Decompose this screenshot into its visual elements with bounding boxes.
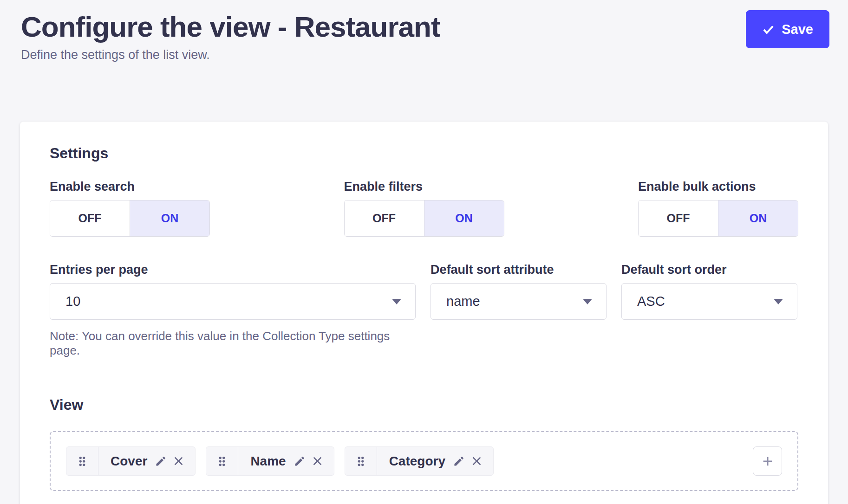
default-sort-order-value: ASC — [637, 294, 665, 309]
field-chip-label: Category — [377, 454, 449, 469]
save-button[interactable]: Save — [746, 10, 829, 48]
enable-filters-label: Enable filters — [344, 180, 504, 194]
toggles-row: Enable search OFF ON Enable filters OFF … — [50, 180, 798, 237]
entries-per-page-field: Entries per page 10 Note: You can overri… — [50, 263, 416, 358]
check-icon — [762, 23, 775, 36]
enable-search-on-option[interactable]: ON — [130, 200, 209, 236]
entries-per-page-select[interactable]: 10 — [50, 283, 416, 320]
settings-card: Settings Enable search OFF ON Enable fil… — [20, 122, 828, 504]
enable-filters-field: Enable filters OFF ON — [344, 180, 504, 237]
default-sort-attribute-value: name — [446, 294, 480, 309]
enable-bulk-actions-field: Enable bulk actions OFF ON — [638, 180, 798, 237]
chevron-down-icon — [583, 299, 592, 304]
default-sort-attribute-field: Default sort attribute name — [431, 263, 607, 358]
add-field-button[interactable] — [753, 446, 782, 476]
edit-field-button[interactable] — [453, 455, 465, 467]
drag-handle-icon[interactable] — [66, 447, 98, 475]
displayed-fields-dropzone: Cover Name — [50, 431, 798, 491]
enable-filters-off-option[interactable]: OFF — [345, 200, 424, 236]
drag-handle-icon[interactable] — [206, 447, 238, 475]
edit-field-button[interactable] — [155, 455, 167, 467]
cross-icon — [172, 455, 185, 467]
header-titles: Configure the view - Restaurant Define t… — [21, 10, 440, 62]
enable-bulk-actions-label: Enable bulk actions — [638, 180, 798, 194]
remove-field-button[interactable] — [470, 455, 483, 467]
view-heading: View — [50, 396, 798, 414]
default-sort-order-field: Default sort order ASC — [621, 263, 797, 358]
cross-icon — [470, 455, 483, 467]
entries-per-page-value: 10 — [65, 294, 80, 309]
chevron-down-icon — [774, 299, 783, 304]
field-chip-category[interactable]: Category — [345, 446, 494, 476]
enable-bulk-actions-on-option[interactable]: ON — [718, 200, 798, 236]
field-chip-cover[interactable]: Cover — [66, 446, 196, 476]
plus-icon — [761, 455, 774, 468]
page-subtitle: Define the settings of the list view. — [21, 48, 440, 62]
save-button-label: Save — [782, 22, 813, 37]
cross-icon — [311, 455, 324, 467]
settings-heading: Settings — [50, 145, 798, 162]
pencil-icon — [294, 455, 306, 467]
default-sort-attribute-select[interactable]: name — [431, 283, 607, 320]
enable-filters-on-option[interactable]: ON — [424, 200, 504, 236]
pencil-icon — [155, 455, 167, 467]
field-chip-name[interactable]: Name — [206, 446, 334, 476]
drag-handle-icon[interactable] — [345, 447, 377, 475]
field-chip-label: Cover — [98, 454, 151, 469]
enable-search-label: Enable search — [50, 180, 210, 194]
pencil-icon — [453, 455, 465, 467]
remove-field-button[interactable] — [172, 455, 185, 467]
default-sort-order-label: Default sort order — [621, 263, 797, 277]
default-sort-attribute-label: Default sort attribute — [431, 263, 607, 277]
selects-row: Entries per page 10 Note: You can overri… — [50, 263, 798, 358]
enable-bulk-actions-toggle[interactable]: OFF ON — [638, 200, 798, 237]
entries-per-page-note: Note: You can override this value in the… — [50, 329, 416, 358]
enable-filters-toggle[interactable]: OFF ON — [344, 200, 504, 237]
field-chip-label: Name — [238, 454, 289, 469]
remove-field-button[interactable] — [311, 455, 324, 467]
entries-per-page-label: Entries per page — [50, 263, 416, 277]
section-divider — [50, 372, 798, 372]
enable-bulk-actions-off-option[interactable]: OFF — [639, 200, 718, 236]
edit-field-button[interactable] — [294, 455, 306, 467]
enable-search-off-option[interactable]: OFF — [50, 200, 130, 236]
enable-search-field: Enable search OFF ON — [50, 180, 210, 237]
page-header: Configure the view - Restaurant Define t… — [0, 0, 848, 62]
page-title: Configure the view - Restaurant — [21, 10, 440, 43]
chevron-down-icon — [392, 299, 401, 304]
default-sort-order-select[interactable]: ASC — [621, 283, 797, 320]
enable-search-toggle[interactable]: OFF ON — [50, 200, 210, 237]
